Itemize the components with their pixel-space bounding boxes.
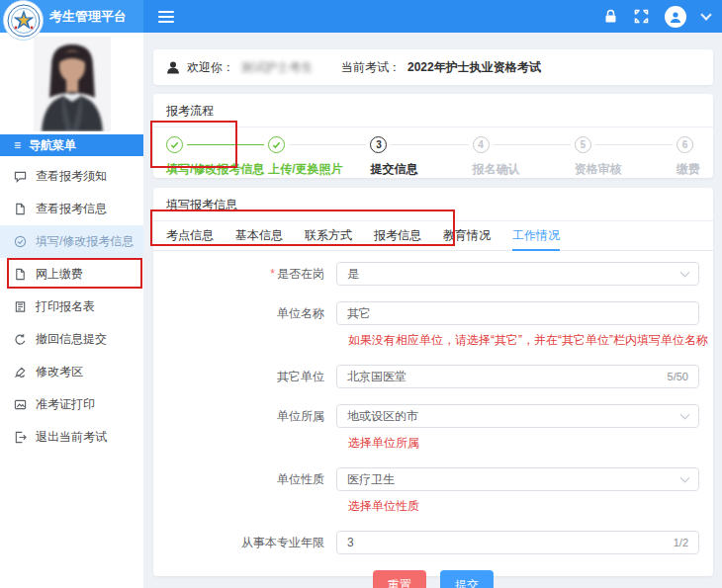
file-icon (14, 203, 27, 215)
sidebar-item-exit-exam[interactable]: 退出当前考试 (0, 421, 143, 454)
field-label-unit-type: 单位性质 (153, 471, 336, 488)
sidebar-item-print-admission-ticket[interactable]: 准考证打印 (0, 388, 143, 421)
nav-menu-header: ≡ 导航菜单 (0, 134, 143, 156)
image-icon (14, 398, 27, 411)
avatar[interactable] (665, 6, 686, 28)
menu-bars-icon: ≡ (14, 138, 21, 152)
sidebar-item-withdraw-submission[interactable]: 撤回信息提交 (0, 323, 143, 356)
form-tabs: 考点信息 基本信息 联系方式 报考信息 教育情况 工作情况 (153, 221, 713, 251)
step-payment: 6 缴费 (677, 136, 700, 178)
unit-type-select[interactable]: 医疗卫生 (336, 467, 699, 491)
unit-type-hint: 选择单位性质 (348, 498, 713, 515)
field-label-unit-affiliation: 单位所属 (153, 408, 336, 425)
print-icon (14, 300, 27, 313)
reset-button[interactable]: 重置 (373, 570, 426, 588)
fullscreen-icon[interactable] (634, 9, 649, 24)
sidebar-item-fill-modify-info[interactable]: 填写/修改报考信息 (0, 225, 143, 258)
exit-icon (14, 431, 27, 444)
flow-title: 报考流程 (153, 94, 713, 127)
user-name: 测试护士考生 (241, 59, 313, 76)
field-label-unit-name: 单位名称 (153, 305, 336, 322)
brand: 考生管理平台 (0, 0, 143, 33)
unit-name-input[interactable]: 其它 (336, 301, 699, 325)
work-info-form: *是否在岗 是 单位名称 其它 如果没有相应单位，请选择“其它”，并在“其它单位… (153, 251, 713, 588)
sidebar-item-modify-exam-area[interactable]: 修改考区 (0, 356, 143, 388)
app-logo-icon (3, 0, 44, 41)
sidebar-item-online-payment[interactable]: 网上缴费 (0, 258, 143, 291)
chevron-down-icon[interactable] (700, 9, 711, 20)
tab-contact-info[interactable]: 联系方式 (305, 221, 352, 251)
sidebar-nav: 查看报考须知 查看报考信息 填写/修改报考信息 网上缴费 打印报名表 撤回信息提… (0, 156, 143, 454)
tab-basic-info[interactable]: 基本信息 (235, 221, 283, 251)
char-counter: 1/2 (674, 537, 688, 548)
undo-icon (14, 333, 27, 346)
submit-button[interactable]: 提交 (440, 570, 494, 588)
unit-name-hint: 如果没有相应单位，请选择“其它”，并在“其它单位”栏内填写单位名称 (348, 332, 713, 349)
check-circle-icon (14, 235, 27, 248)
user-icon (166, 60, 180, 74)
field-label-other-unit: 其它单位 (153, 369, 336, 385)
sidebar-item-print-form[interactable]: 打印报名表 (0, 291, 143, 323)
step-registration-confirm: 4 报名确认 (473, 136, 575, 178)
sidebar-item-view-info[interactable]: 查看报考信息 (0, 193, 143, 225)
edit-icon (14, 366, 27, 378)
registration-form-card: 填写报考信息 考点信息 基本信息 联系方式 报考信息 教育情况 工作情况 *是否… (153, 188, 713, 576)
lock-icon[interactable] (603, 9, 618, 24)
form-title: 填写报考信息 (153, 188, 713, 221)
step-qualification-review: 5 资格审核 (575, 136, 677, 178)
tab-education-info[interactable]: 教育情况 (443, 221, 491, 251)
nav-menu-title: 导航菜单 (29, 137, 76, 154)
other-unit-input[interactable]: 北京国医堂 5/50 (336, 365, 699, 388)
tab-registration-info[interactable]: 报考信息 (374, 221, 421, 251)
sidebar: ≡ 导航菜单 查看报考须知 查看报考信息 填写/修改报考信息 网上缴费 打印报名… (0, 33, 143, 588)
chevron-down-icon (680, 409, 690, 419)
unit-affiliation-select[interactable]: 地或设区的市 (336, 404, 699, 428)
current-exam-name: 2022年护士执业资格考试 (407, 59, 541, 76)
chevron-down-icon (680, 472, 690, 482)
top-bar: 考生管理平台 (0, 0, 722, 33)
step-fill-info: 填写/修改报考信息 (166, 136, 268, 178)
step-upload-photo: 上传/更换照片 (268, 136, 370, 178)
on-duty-select[interactable]: 是 (336, 262, 699, 286)
welcome-bar: 欢迎你： 测试护士考生 当前考试： 2022年护士执业资格考试 (153, 49, 713, 85)
steps: 填写/修改报考信息 上传/更换照片 3 提交信息 (153, 127, 713, 178)
field-label-on-duty: *是否在岗 (153, 266, 336, 283)
step-submit-info: 3 提交信息 (370, 136, 472, 178)
unit-affiliation-hint: 选择单位所属 (348, 435, 713, 452)
current-exam-label: 当前考试： (341, 59, 401, 76)
field-label-years-in-profession: 从事本专业年限 (153, 535, 336, 551)
comment-icon (14, 170, 27, 183)
exam-flow-card: 报考流程 填写/修改报考信息 上传/更换照片 (153, 94, 713, 178)
menu-toggle-icon[interactable] (158, 8, 174, 26)
years-in-profession-input[interactable]: 3 1/2 (336, 531, 699, 554)
chevron-down-icon (680, 267, 690, 277)
tab-exam-site-info[interactable]: 考点信息 (166, 221, 214, 251)
tab-work-info[interactable]: 工作情况 (512, 221, 560, 251)
app-title: 考生管理平台 (49, 8, 127, 26)
step-check-icon (268, 136, 285, 153)
sidebar-item-view-notice[interactable]: 查看报考须知 (0, 160, 143, 193)
step-check-icon (166, 136, 183, 153)
char-counter: 5/50 (668, 371, 688, 382)
greeting-label: 欢迎你： (187, 59, 234, 76)
file-icon (14, 268, 27, 281)
candidate-photo (34, 37, 111, 131)
